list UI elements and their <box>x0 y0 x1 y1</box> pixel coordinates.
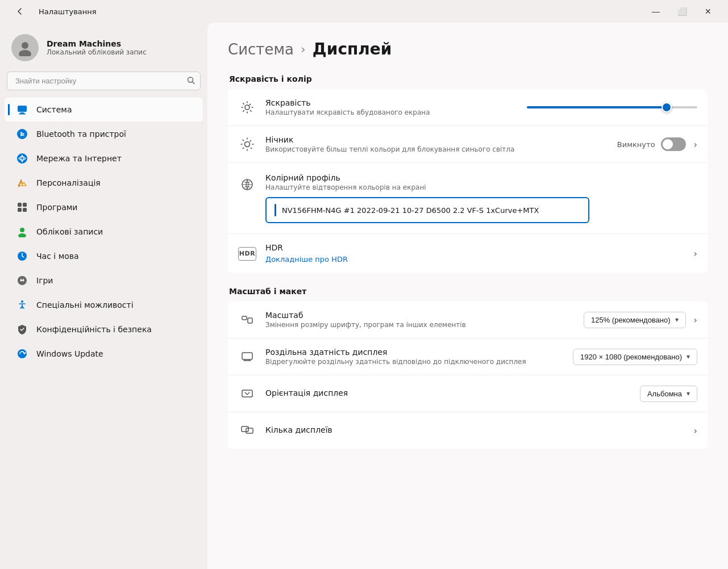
brightness-row: Яскравість Налаштувати яскравість вбудов… <box>228 89 708 126</box>
sidebar-item-accounts[interactable]: Облікові записи <box>5 220 203 244</box>
scale-content: Масштаб Змінення розміру шрифту, програм… <box>265 311 575 329</box>
minimize-button[interactable]: — <box>643 0 669 23</box>
color-profile-value-box[interactable]: NV156FHM-N4G #1 2022-09-21 10-27 D6500 2… <box>265 197 589 223</box>
multi-display-chevron: › <box>694 425 697 436</box>
hdr-control: › <box>692 248 697 259</box>
hdr-label: HDR <box>265 243 683 252</box>
user-name: Dream Machines <box>47 39 147 48</box>
search-icon <box>187 76 195 86</box>
night-light-toggle[interactable] <box>661 137 686 151</box>
scale-dropdown[interactable]: 125% (рекомендовано) ▾ <box>584 312 686 328</box>
window-controls: — ⬜ ✕ <box>643 0 721 23</box>
svg-rect-8 <box>18 203 22 207</box>
sidebar-item-system[interactable]: Система <box>5 98 203 122</box>
svg-rect-23 <box>248 318 252 323</box>
scale-layout-section: Масштаб і макет Масштаб Змінення розміру… <box>228 287 708 449</box>
resolution-content: Роздільна здатність дисплея Відрегулюйте… <box>265 348 564 366</box>
night-light-label: Нічник <box>265 135 608 144</box>
hdr-badge: HDR <box>238 247 256 261</box>
sidebar-item-network[interactable]: Мережа та Інтернет <box>5 147 203 170</box>
close-button[interactable]: ✕ <box>695 0 721 23</box>
resolution-icon <box>238 348 256 366</box>
search-input[interactable] <box>7 72 201 90</box>
user-info: Dream Machines Локальний обліковий запис <box>47 39 147 56</box>
breadcrumb-parent: Система <box>228 41 294 58</box>
svg-rect-9 <box>23 203 27 207</box>
svg-point-12 <box>20 228 24 232</box>
sidebar-item-accessibility[interactable]: Спеціальні можливості <box>5 293 203 317</box>
maximize-button[interactable]: ⬜ <box>669 0 695 23</box>
svg-rect-3 <box>18 106 27 112</box>
brightness-slider[interactable] <box>527 106 697 108</box>
time-icon <box>16 250 28 262</box>
search-box <box>7 72 201 90</box>
multi-display-row[interactable]: Кілька дисплеїв › <box>228 412 708 449</box>
avatar <box>11 34 39 61</box>
user-section: Dream Machines Локальний обліковий запис <box>0 23 207 72</box>
brightness-color-section: Яскравість і колір Яскравість Налаштуват… <box>228 74 708 273</box>
sidebar-item-update[interactable]: Windows Update <box>5 342 203 366</box>
title-bar: Налаштування — ⬜ ✕ <box>0 0 728 23</box>
scale-layout-card: Масштаб Змінення розміру шрифту, програм… <box>228 302 708 449</box>
orientation-dropdown-chevron: ▾ <box>687 390 690 398</box>
sidebar-item-label: Система <box>36 105 72 114</box>
resolution-control: 1920 × 1080 (рекомендовано) ▾ <box>573 349 697 365</box>
content-area: Система › Дисплей Яскравість і колір Я <box>207 23 728 569</box>
sidebar-item-label: Час і мова <box>36 252 79 261</box>
app-title: Налаштування <box>39 7 97 16</box>
color-profile-row[interactable]: Колірний профіль Налаштуйте відтворення … <box>228 163 708 234</box>
color-profile-content: Колірний профіль Налаштуйте відтворення … <box>265 173 697 223</box>
scale-chevron: › <box>694 315 697 325</box>
sidebar-item-privacy[interactable]: Конфіденційність і безпека <box>5 317 203 341</box>
sidebar-item-label: Спеціальні можливості <box>36 300 134 309</box>
night-light-sublabel: Використовуйте більш теплі кольори для б… <box>265 145 608 153</box>
user-role: Локальний обліковий запис <box>47 48 147 56</box>
hdr-chevron: › <box>694 248 697 259</box>
sidebar-item-label: Мережа та Інтернет <box>36 154 122 163</box>
sidebar-item-apps[interactable]: Програми <box>5 195 203 219</box>
resolution-dropdown[interactable]: 1920 × 1080 (рекомендовано) ▾ <box>573 349 697 365</box>
sidebar-item-time[interactable]: Час і мова <box>5 244 203 268</box>
night-light-chevron: › <box>694 139 697 150</box>
sun-icon <box>238 98 256 116</box>
night-light-control: Вимкнуто › <box>617 137 697 151</box>
night-light-row[interactable]: Нічник Використовуйте більш теплі кольор… <box>228 126 708 163</box>
sidebar-item-gaming[interactable]: Ігри <box>5 269 203 292</box>
sidebar-item-label: Облікові записи <box>36 227 103 236</box>
night-light-icon <box>238 135 256 153</box>
scale-value: 125% (рекомендовано) <box>591 316 671 324</box>
svg-point-13 <box>18 233 26 237</box>
resolution-label: Роздільна здатність дисплея <box>265 348 564 357</box>
breadcrumb: Система › Дисплей <box>228 40 708 58</box>
section-title-scale: Масштаб і макет <box>228 287 708 296</box>
svg-point-18 <box>21 300 23 303</box>
svg-rect-4 <box>20 112 24 114</box>
scale-icon <box>238 311 256 329</box>
sidebar-item-bluetooth[interactable]: Bluetooth та пристрої <box>5 122 203 146</box>
svg-point-0 <box>22 42 28 49</box>
color-profile-value: NV156FHM-N4G #1 2022-09-21 10-27 D6500 2… <box>282 206 539 215</box>
slider-thumb <box>662 102 672 112</box>
personalization-icon <box>16 177 28 189</box>
resolution-sublabel: Відрегулюйте роздільну здатність відпові… <box>265 358 564 366</box>
multi-display-label: Кілька дисплеїв <box>265 425 683 434</box>
scale-control: 125% (рекомендовано) ▾ › <box>584 312 697 328</box>
system-icon <box>16 103 28 116</box>
svg-rect-27 <box>246 428 253 433</box>
hdr-icon: HDR <box>238 245 256 263</box>
hdr-link[interactable]: Докладніше про HDR <box>265 255 348 263</box>
svg-rect-24 <box>242 353 252 359</box>
hdr-row[interactable]: HDR HDR Докладніше про HDR › <box>228 234 708 273</box>
scale-row[interactable]: Масштаб Змінення розміру шрифту, програм… <box>228 302 708 338</box>
multi-display-content: Кілька дисплеїв <box>265 425 683 436</box>
orientation-row[interactable]: Орієнтація дисплея Альбомна ▾ <box>228 375 708 412</box>
orientation-dropdown[interactable]: Альбомна ▾ <box>640 386 697 402</box>
multi-display-icon <box>238 421 256 440</box>
gaming-icon <box>16 274 28 287</box>
sidebar-item-personalization[interactable]: Персоналізація <box>5 171 203 195</box>
update-icon <box>16 348 28 360</box>
back-button[interactable] <box>7 0 33 23</box>
svg-point-1 <box>19 50 31 56</box>
resolution-value: 1920 × 1080 (рекомендовано) <box>580 353 682 361</box>
color-profile-icon <box>238 175 256 194</box>
